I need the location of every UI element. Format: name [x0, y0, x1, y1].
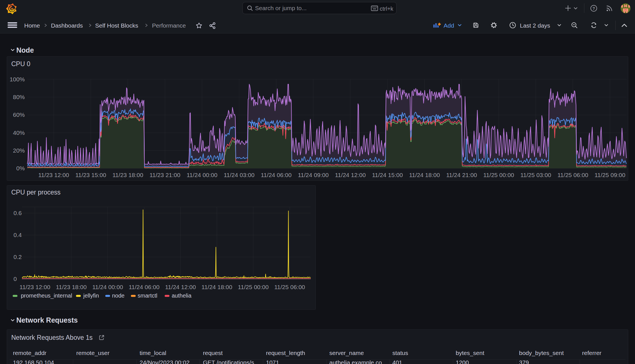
svg-text:authelia: authelia	[172, 292, 192, 299]
svg-text:0%: 0%	[16, 165, 25, 171]
svg-text:11/24 09:00: 11/24 09:00	[298, 172, 328, 178]
svg-text:11/24 06:00: 11/24 06:00	[129, 284, 159, 290]
svg-text:11/24 18:00: 11/24 18:00	[409, 172, 440, 178]
svg-text:11/24 06:00: 11/24 06:00	[261, 172, 292, 178]
svg-text:60%: 60%	[13, 111, 25, 118]
svg-text:11/25 03:00: 11/25 03:00	[520, 172, 551, 178]
svg-text:jellyfin: jellyfin	[83, 292, 99, 299]
svg-text:20%: 20%	[13, 147, 25, 154]
svg-text:0: 0	[14, 276, 17, 282]
svg-text:11/23 18:00: 11/23 18:00	[56, 284, 87, 290]
svg-text:11/25 06:00: 11/25 06:00	[558, 172, 588, 178]
svg-text:0.6: 0.6	[14, 210, 22, 216]
svg-text:smartctl: smartctl	[138, 292, 157, 299]
svg-text:11/25 09:00: 11/25 09:00	[594, 172, 625, 178]
svg-text:11/24 12:00: 11/24 12:00	[165, 284, 196, 290]
svg-text:?: ?	[592, 6, 595, 11]
svg-text:11/23 18:00: 11/23 18:00	[113, 172, 143, 178]
svg-text:node: node	[112, 292, 125, 299]
svg-text:11/24 00:00: 11/24 00:00	[187, 172, 217, 178]
svg-text:11/24 03:00: 11/24 03:00	[224, 172, 254, 178]
svg-text:11/24 00:00: 11/24 00:00	[92, 284, 123, 290]
svg-text:11/24 21:00: 11/24 21:00	[446, 172, 477, 178]
svg-text:0.2: 0.2	[14, 254, 22, 260]
svg-text:11/25 00:00: 11/25 00:00	[483, 172, 514, 178]
svg-text:11/24 15:00: 11/24 15:00	[372, 172, 403, 178]
svg-text:80%: 80%	[13, 94, 25, 100]
svg-text:0.4: 0.4	[14, 232, 22, 238]
svg-text:11/25 06:00: 11/25 06:00	[274, 284, 305, 290]
svg-text:40%: 40%	[13, 129, 25, 136]
svg-text:11/25 00:00: 11/25 00:00	[238, 284, 269, 290]
svg-text:11/24 18:00: 11/24 18:00	[202, 284, 232, 290]
svg-text:11/23 15:00: 11/23 15:00	[75, 172, 106, 178]
svg-text:11/24 12:00: 11/24 12:00	[335, 172, 366, 178]
svg-text:11/23 12:00: 11/23 12:00	[19, 284, 50, 290]
svg-text:100%: 100%	[10, 76, 25, 82]
svg-text:11/23 12:00: 11/23 12:00	[38, 172, 69, 178]
svg-text:11/23 21:00: 11/23 21:00	[149, 172, 180, 178]
svg-text:prometheus_internal: prometheus_internal	[21, 292, 72, 299]
